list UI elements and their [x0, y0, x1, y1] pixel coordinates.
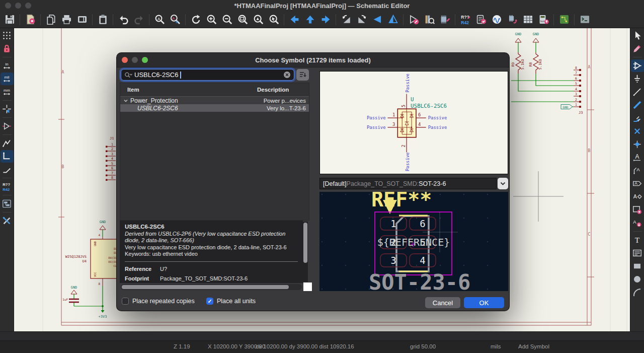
- symbol-search-input[interactable]: USBLC6-2SC6: [121, 69, 294, 81]
- mirror-horizontal-icon[interactable]: [385, 13, 400, 27]
- place-text-icon[interactable]: T: [631, 234, 644, 246]
- symbol-library-browser-icon[interactable]: [422, 13, 437, 27]
- units-inch-icon[interactable]: in: [1, 59, 14, 72]
- checkbox-box[interactable]: [122, 298, 129, 305]
- find-replace-icon[interactable]: AB: [168, 13, 183, 27]
- chevron-down-icon[interactable]: [123, 98, 128, 103]
- units-mil-icon[interactable]: mil: [1, 73, 14, 85]
- draw-wire-icon[interactable]: [631, 86, 644, 98]
- new-sheet-icon[interactable]: [43, 13, 58, 27]
- dialog-titlebar[interactable]: Choose Symbol (21729 items loaded): [117, 53, 509, 67]
- assign-footprints-icon[interactable]: [505, 13, 520, 27]
- undo-icon[interactable]: [116, 13, 131, 27]
- units-mm-icon[interactable]: mm: [1, 86, 14, 98]
- tree-header[interactable]: Item Description: [120, 83, 309, 97]
- ok-button[interactable]: OK: [464, 297, 504, 308]
- wire-45-icon[interactable]: [1, 163, 14, 176]
- rotate-ccw-icon[interactable]: [339, 13, 354, 27]
- highlight-net-icon[interactable]: [631, 42, 644, 55]
- minimize-icon[interactable]: [15, 3, 21, 9]
- print-icon[interactable]: [59, 13, 74, 27]
- bus-entry-icon[interactable]: [631, 112, 644, 124]
- column-item[interactable]: Item: [120, 87, 257, 93]
- draw-circle-icon[interactable]: [631, 273, 644, 286]
- zoom-out-icon[interactable]: [219, 13, 234, 27]
- place-power-icon[interactable]: [631, 73, 644, 85]
- dialog-window-controls[interactable]: [122, 57, 148, 63]
- scripting-console-icon[interactable]: [577, 13, 592, 27]
- grid-override-icon[interactable]: [1, 42, 14, 55]
- draw-arc-icon[interactable]: [631, 286, 644, 299]
- dialog-minimize-icon[interactable]: [132, 57, 138, 63]
- wire-free-angle-icon[interactable]: [1, 137, 14, 150]
- close-icon[interactable]: [5, 3, 11, 9]
- annotate-auto-icon[interactable]: R??R42: [1, 180, 14, 193]
- redo-icon[interactable]: [131, 13, 146, 27]
- netclass-directive-icon[interactable]: A: [631, 164, 644, 177]
- global-label-icon[interactable]: A: [631, 177, 644, 190]
- dialog-close-icon[interactable]: [122, 57, 128, 63]
- edit-symbol-fields-icon[interactable]: [437, 13, 452, 27]
- tree-row-symbol[interactable]: USBLC6-2SC6 Very lo...T-23-6: [120, 104, 309, 112]
- tree-row-library[interactable]: Power_Protection Power p...evices: [120, 97, 309, 104]
- hierarchy-navigator-icon[interactable]: [1, 197, 14, 210]
- simulator-icon[interactable]: [489, 13, 504, 27]
- place-all-units-checkbox[interactable]: Place all units: [206, 298, 256, 305]
- footprint-select-chevron[interactable]: [498, 178, 508, 189]
- hierarchical-label-icon[interactable]: A: [631, 190, 644, 203]
- edit-symbol-icon[interactable]: [406, 13, 421, 27]
- nav-up-icon[interactable]: [302, 13, 317, 27]
- nav-back-icon[interactable]: [287, 13, 302, 27]
- sort-button[interactable]: [296, 69, 309, 81]
- zoom-objects-icon[interactable]: [251, 13, 266, 27]
- find-icon[interactable]: A: [152, 13, 167, 27]
- paste-icon[interactable]: [95, 13, 110, 27]
- horizontal-scroll-area[interactable]: [0, 331, 644, 340]
- plot-icon[interactable]: [74, 13, 90, 27]
- zoom-selection-icon[interactable]: [266, 13, 281, 27]
- hierarchical-sheet-icon[interactable]: [631, 203, 644, 216]
- details-vscrollbar[interactable]: [303, 222, 308, 282]
- annotate-icon[interactable]: R??R42: [458, 13, 473, 27]
- connector-j1[interactable]: [106, 146, 116, 181]
- export-bom-icon[interactable]: bom: [536, 13, 551, 27]
- draw-bus-icon[interactable]: [631, 99, 644, 111]
- symbol-fields-table-icon[interactable]: [520, 13, 535, 27]
- vscroll-thumb[interactable]: [303, 223, 307, 263]
- rotate-cw-icon[interactable]: [354, 13, 369, 27]
- clear-search-icon[interactable]: [283, 71, 291, 79]
- maximize-icon[interactable]: [25, 3, 31, 9]
- wire-hv-icon[interactable]: [1, 150, 14, 163]
- save-icon[interactable]: [2, 13, 17, 27]
- hscroll-thumb[interactable]: [122, 285, 289, 289]
- column-description[interactable]: Description: [257, 87, 289, 93]
- footprint-select[interactable]: [Default] Package_TO_SOT_SMD: SOT-23-6: [319, 178, 497, 189]
- window-controls[interactable]: [5, 3, 31, 9]
- junction-icon[interactable]: [631, 138, 644, 151]
- nav-forward-icon[interactable]: [318, 13, 333, 27]
- schematic-canvas[interactable]: ABABCJ112345678GNDGNDR95.1kΩR85.1kΩ87654…: [14, 28, 630, 331]
- symbol-tree[interactable]: Item Description Power_Protection Power …: [120, 83, 309, 221]
- open-pcb-icon[interactable]: [556, 13, 572, 27]
- cursor-shape-icon[interactable]: [1, 103, 14, 115]
- sheet-pin-icon[interactable]: A: [631, 217, 644, 229]
- place-symbol-icon[interactable]: [631, 59, 644, 72]
- cancel-button[interactable]: Cancel: [425, 297, 460, 308]
- text-box-icon[interactable]: [631, 247, 644, 259]
- details-hscrollbar[interactable]: [121, 284, 302, 290]
- draw-rectangle-icon[interactable]: [631, 260, 644, 272]
- select-icon[interactable]: [631, 29, 644, 42]
- mirror-vertical-icon[interactable]: [370, 13, 385, 27]
- properties-panel-icon[interactable]: [1, 215, 14, 227]
- net-label-icon[interactable]: A: [631, 151, 644, 164]
- zoom-fit-icon[interactable]: [235, 13, 250, 27]
- no-connect-icon[interactable]: [631, 125, 644, 137]
- hidden-pins-icon[interactable]: [1, 120, 14, 132]
- checkbox-box[interactable]: [206, 298, 213, 305]
- place-repeated-copies-checkbox[interactable]: Place repeated copies: [122, 298, 195, 305]
- refresh-icon[interactable]: [188, 13, 203, 27]
- schematic-setup-icon[interactable]: [23, 13, 38, 27]
- zoom-in-icon[interactable]: [204, 13, 219, 27]
- connector-j3[interactable]: [561, 69, 581, 109]
- show-grid-icon[interactable]: [1, 29, 14, 42]
